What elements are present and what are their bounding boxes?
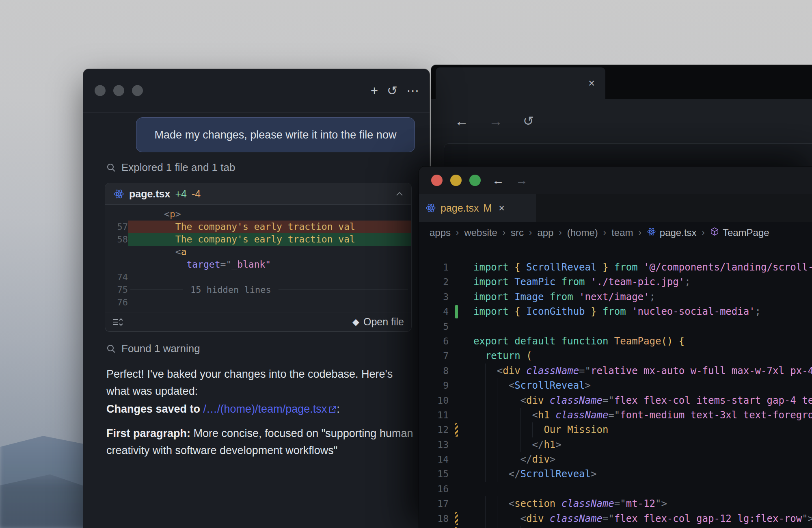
gutter-marker — [449, 496, 473, 511]
diff-additions: +4 — [175, 188, 187, 200]
indent-guide — [497, 393, 497, 408]
line-number: 13 — [419, 437, 449, 452]
search-icon — [106, 344, 116, 354]
code-line-text: <ScrollReveal> — [473, 378, 812, 393]
breadcrumb-item-apps[interactable]: apps — [430, 227, 451, 238]
zoom-traffic-light[interactable] — [469, 175, 481, 186]
browser-toolbar: ← → ↺ — [431, 99, 812, 143]
minimize-traffic-light[interactable] — [450, 175, 462, 186]
diff-line: 57 The company's early traction val — [105, 221, 411, 233]
code-line-text: <section className="mt-12"> — [473, 496, 812, 511]
browser-tab-bar: × — [431, 65, 812, 99]
indent-guide — [532, 422, 533, 437]
external-link-icon[interactable] — [328, 405, 337, 413]
breadcrumb-item-src[interactable]: src — [511, 227, 524, 238]
breadcrumb-label: TeamPage — [723, 227, 769, 238]
breadcrumb-label: app — [537, 227, 553, 238]
code-editor-area[interactable]: 1import { ScrollReveal } from '@/compone… — [419, 244, 812, 528]
diff-line-text: <p> — [128, 208, 411, 221]
code-line-text: {/* Main content */} — [473, 526, 812, 528]
breadcrumb-separator: › — [456, 227, 459, 238]
indent-guide — [485, 364, 486, 378]
indent-guide — [497, 511, 497, 526]
indent-guide — [509, 511, 509, 526]
back-icon[interactable]: ← — [455, 114, 469, 128]
code-line: 17 <section className="mt-12"> — [419, 496, 812, 511]
editor-window: ← → page.tsx M × apps›website›src›app›(h… — [419, 167, 812, 528]
back-icon[interactable]: ← — [492, 173, 504, 187]
breadcrumb-item-website[interactable]: website — [464, 227, 497, 238]
line-number: 19 — [419, 526, 449, 528]
breadcrumb-item-page-tsx[interactable]: page.tsx — [647, 227, 697, 239]
indent-guide — [497, 408, 497, 422]
diff-line-number: 57 — [105, 221, 128, 233]
saved-file-link[interactable]: /…/(home)/team/page.tsx — [203, 403, 327, 415]
forward-icon[interactable]: → — [489, 114, 503, 128]
more-menu-icon[interactable]: ⋯ — [406, 84, 420, 97]
diff-line: 76 — [105, 296, 411, 309]
indent-guide — [485, 422, 486, 437]
close-traffic-light[interactable] — [431, 175, 443, 186]
warning-status-label: Found 1 warning — [121, 342, 200, 355]
code-line: 5 — [419, 319, 812, 334]
gutter-marker — [449, 290, 473, 304]
gutter-marker — [449, 364, 473, 378]
diff-deletions: -4 — [192, 188, 201, 200]
tab-modified-indicator: M — [484, 202, 492, 214]
expand-diff-icon[interactable] — [112, 318, 123, 326]
tab-close-icon[interactable]: × — [588, 77, 595, 89]
indent-guide — [497, 452, 497, 467]
code-line: 8 <div className="relative mx-auto w-ful… — [419, 364, 812, 378]
line-number: 17 — [419, 496, 449, 511]
breadcrumb-label: (home) — [567, 227, 598, 238]
breadcrumb-item-teampage[interactable]: TeamPage — [710, 227, 769, 238]
git-modified-marker — [455, 423, 458, 436]
minimize-traffic-light[interactable] — [113, 85, 124, 96]
changes-saved-colon: : — [337, 403, 340, 415]
diff-line-number — [105, 246, 128, 258]
indent-guide — [497, 526, 497, 528]
forward-icon[interactable]: → — [516, 173, 528, 187]
code-line: 1import { ScrollReveal } from '@/compone… — [419, 260, 812, 275]
code-line-text: <h1 className="font-medium text-3xl text… — [473, 408, 812, 422]
code-line: 15 </ScrollReveal> — [419, 467, 812, 481]
breadcrumb[interactable]: apps›website›src›app›(home)›team›page.ts… — [419, 222, 812, 244]
new-thread-icon[interactable]: + — [371, 84, 378, 97]
assistant-reply: Perfect! I've baked your changes into th… — [106, 366, 414, 459]
line-number: 18 — [419, 511, 449, 526]
diff-line-text — [128, 271, 411, 283]
warning-status-row[interactable]: Found 1 warning — [106, 342, 414, 355]
line-number: 4 — [419, 304, 449, 319]
zoom-traffic-light[interactable] — [132, 85, 143, 96]
line-number: 1 — [419, 260, 449, 275]
tab-page-tsx[interactable]: page.tsx M × — [419, 194, 536, 222]
explored-status-row[interactable]: Explored 1 file and 1 tab — [106, 161, 414, 174]
indent-guide — [509, 422, 509, 437]
gutter-marker — [449, 275, 473, 289]
chevron-up-icon[interactable] — [396, 192, 403, 196]
diff-card-header[interactable]: page.tsx +4 -4 — [105, 183, 411, 205]
hidden-lines-marker[interactable]: 15 hidden lines — [128, 283, 411, 296]
breadcrumb-separator: › — [603, 227, 606, 238]
diff-line: target="_blank" — [105, 258, 411, 271]
code-line: 2import TeamPic from './team-pic.jpg'; — [419, 275, 812, 289]
breadcrumb-separator: › — [529, 227, 532, 238]
breadcrumb-item-team[interactable]: team — [611, 227, 633, 238]
browser-tab[interactable]: × — [436, 67, 605, 99]
breadcrumb-separator: › — [559, 227, 561, 238]
reload-icon[interactable]: ↺ — [523, 115, 534, 128]
diff-line-number: 76 — [105, 296, 128, 309]
open-file-button[interactable]: ◆ Open file — [352, 316, 404, 328]
gutter-marker — [449, 526, 473, 528]
close-traffic-light[interactable] — [95, 85, 106, 96]
cube-icon — [710, 227, 719, 238]
indent-guide — [497, 437, 497, 452]
tab-close-icon[interactable]: × — [499, 202, 505, 214]
breadcrumb-label: team — [611, 227, 633, 238]
breadcrumb-item--home-[interactable]: (home) — [567, 227, 598, 238]
history-icon[interactable]: ↺ — [387, 84, 397, 97]
diff-line-number — [105, 208, 128, 221]
react-icon — [425, 203, 436, 213]
editor-tab-bar: page.tsx M × — [419, 194, 812, 222]
breadcrumb-item-app[interactable]: app — [537, 227, 553, 238]
